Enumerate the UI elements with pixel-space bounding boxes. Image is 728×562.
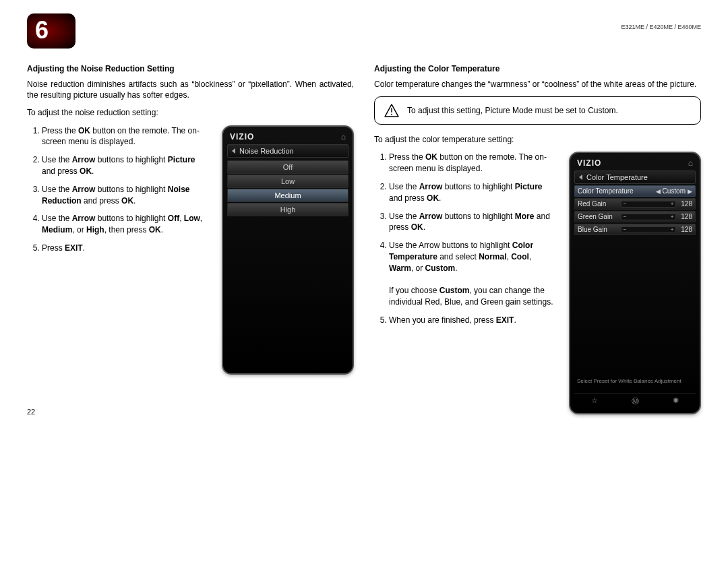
step-item: Use the Arrow buttons to highlight Off, … <box>42 213 210 236</box>
minus-icon: − <box>622 227 628 232</box>
home-icon: ⌂ <box>688 158 693 168</box>
gain-label: Blue Gain <box>578 226 618 233</box>
color-temperature-screenshot: VIZIO ⌂ Color Temperature Color Temperat… <box>569 152 701 414</box>
left-lead: To adjust the noise reduction setting: <box>27 107 354 118</box>
home-icon: ⌂ <box>341 132 346 142</box>
option-low: Low <box>227 175 348 188</box>
right-intro: Color temperature changes the “warmness”… <box>374 79 701 90</box>
step-item: Use the Arrow buttons to highlight Noise… <box>42 184 210 207</box>
star-outline-icon: ☆ <box>591 396 598 406</box>
minus-icon: − <box>622 201 628 207</box>
step-item: Use the Arrow buttons to highlight Color… <box>389 240 557 308</box>
step-item: Press EXIT. <box>42 243 210 254</box>
gain-value: 128 <box>679 226 692 233</box>
plus-icon: + <box>669 214 675 220</box>
chevron-right-icon: ▶ <box>688 188 692 195</box>
v-circle-icon: Ⓜ <box>632 396 639 406</box>
minus-icon: − <box>622 214 628 220</box>
model-line: E321ME / E420ME / E460ME <box>621 24 701 30</box>
vizio-logo: VIZIO <box>577 158 601 168</box>
gain-label: Red Gain <box>578 200 618 208</box>
gain-row: Red Gain−+128 <box>574 198 696 210</box>
hint-text: Select Preset for White Balance Adjustme… <box>574 374 696 389</box>
step-item: When you are finished, press EXIT. <box>389 315 557 326</box>
warning-icon <box>384 104 399 117</box>
step-item: Press the OK button on the remote. The o… <box>42 125 210 148</box>
chapter-badge: 6 <box>27 13 71 51</box>
vizio-logo: VIZIO <box>230 132 254 142</box>
gain-value: 128 <box>679 213 692 220</box>
back-arrow-icon <box>232 148 235 154</box>
plus-icon: + <box>669 201 675 207</box>
option-high: High <box>227 203 348 216</box>
selector-value: Custom <box>663 187 686 195</box>
selector-label: Color Temperature <box>578 187 634 195</box>
noise-reduction-options: OffLowMediumHigh <box>227 160 348 216</box>
slider-track: −+ <box>621 201 676 208</box>
option-medium: Medium <box>227 189 348 202</box>
note-box: To adjust this setting, Picture Mode mus… <box>374 96 701 125</box>
footer-icons: ☆ Ⓜ ✺ <box>574 393 696 406</box>
step-item: Press the OK button on the remote. The o… <box>389 152 557 175</box>
option-off: Off <box>227 160 348 174</box>
gain-label: Green Gain <box>578 213 618 220</box>
noise-reduction-screenshot: VIZIO ⌂ Noise Reduction OffLowMediumHigh <box>222 125 354 375</box>
left-heading: Adjusting the Noise Reduction Setting <box>27 64 354 73</box>
plus-icon: + <box>669 227 675 232</box>
step-item: Use the Arrow buttons to highlight Pictu… <box>389 181 557 204</box>
chevron-left-icon: ◀ <box>656 188 661 195</box>
left-intro: Noise reduction diminishes artifacts suc… <box>27 79 354 100</box>
slider-track: −+ <box>621 226 676 233</box>
step-item: Use the Arrow buttons to highlight More … <box>389 211 557 234</box>
menu-title-bar: Noise Reduction <box>227 144 348 158</box>
right-lead: To adjust the color temperature setting: <box>374 134 701 145</box>
gain-row: Blue Gain−+128 <box>574 224 696 235</box>
svg-point-1 <box>391 114 392 115</box>
right-column: Adjusting the Color Temperature Color te… <box>374 64 701 414</box>
chapter-number: 6 <box>35 16 50 44</box>
gain-row: Green Gain−+128 <box>574 211 696 222</box>
gear-icon: ✺ <box>673 396 679 406</box>
right-heading: Adjusting the Color Temperature <box>374 64 701 73</box>
gain-value: 128 <box>679 200 692 208</box>
left-column: Adjusting the Noise Reduction Setting No… <box>27 64 354 414</box>
back-arrow-icon <box>579 175 582 180</box>
page-number: 22 <box>27 408 35 416</box>
menu-title: Noise Reduction <box>239 147 294 155</box>
color-temp-selector: Color Temperature ◀Custom▶ <box>574 185 696 197</box>
step-item: Use the Arrow buttons to highlight Pictu… <box>42 154 210 177</box>
menu-title-bar: Color Temperature <box>574 170 696 184</box>
right-steps: Press the OK button on the remote. The o… <box>374 152 557 325</box>
slider-track: −+ <box>621 214 676 220</box>
note-text: To adjust this setting, Picture Mode mus… <box>407 106 618 115</box>
menu-title: Color Temperature <box>586 173 648 181</box>
left-steps: Press the OK button on the remote. The o… <box>27 125 210 254</box>
